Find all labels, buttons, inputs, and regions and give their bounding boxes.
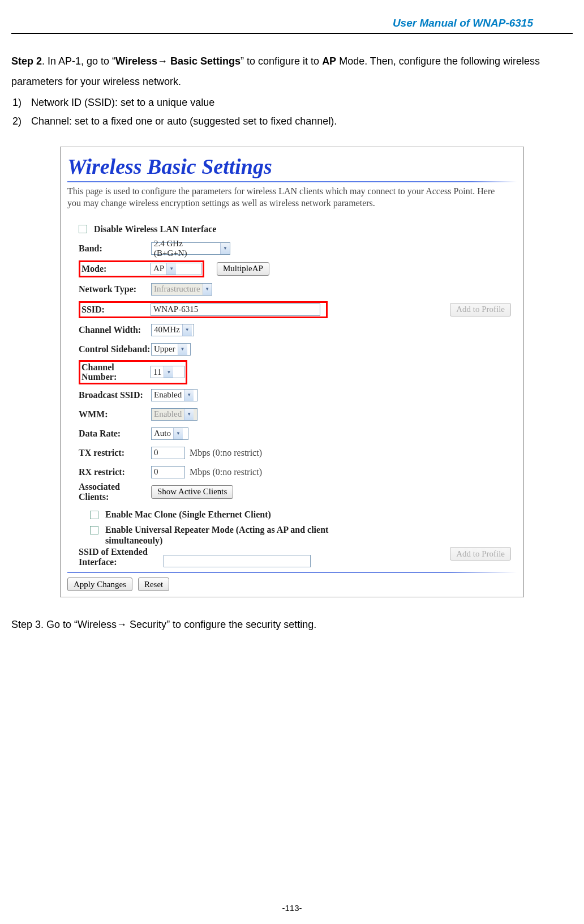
parameter-list: 1) Network ID (SSID): set to a unique va… xyxy=(11,94,573,130)
add-to-profile-button: Add to Profile xyxy=(450,547,511,561)
title-underline xyxy=(67,181,517,182)
control-sideband-label: Control Sideband: xyxy=(79,344,151,354)
chevron-down-icon: ▼ xyxy=(178,344,187,355)
chevron-down-icon: ▼ xyxy=(164,366,173,378)
channel-number-select[interactable]: 11 ▼ xyxy=(151,366,184,378)
rx-restrict-row: RX restrict: 0 Mbps (0:no restrict) xyxy=(79,463,517,482)
control-sideband-row: Control Sideband: Upper ▼ xyxy=(79,340,517,359)
page-title: Wireless Basic Settings xyxy=(67,154,517,179)
ssid-extended-input[interactable] xyxy=(164,555,311,567)
channel-width-row: Channel Width: 40MHz ▼ xyxy=(79,320,517,340)
band-label: Band: xyxy=(79,243,151,254)
channel-width-select[interactable]: 40MHz ▼ xyxy=(151,324,194,336)
band-select[interactable]: 2.4 GHz (B+G+N) ▼ xyxy=(151,242,230,255)
mac-clone-row: Enable Mac Clone (Single Ethernet Client… xyxy=(79,505,517,524)
step3-paragraph: Step 3. Go to “Wireless→ Security” to co… xyxy=(11,619,573,631)
control-sideband-select[interactable]: Upper ▼ xyxy=(151,343,191,356)
broadcast-ssid-label: Broadcast SSID: xyxy=(79,390,151,400)
reset-button[interactable]: Reset xyxy=(138,578,169,591)
chevron-down-icon: ▼ xyxy=(203,284,212,295)
network-type-row: Network Type: Infrastructure ▼ xyxy=(79,280,517,299)
universal-repeater-row: Enable Universal Repeater Mode (Acting a… xyxy=(79,524,517,547)
tx-restrict-label: TX restrict: xyxy=(79,448,151,458)
disable-wlan-checkbox[interactable] xyxy=(79,225,87,233)
network-type-label: Network Type: xyxy=(79,284,151,294)
chevron-down-icon: ▼ xyxy=(166,263,176,275)
multiple-ap-button[interactable]: MultipleAP xyxy=(217,262,269,276)
rx-restrict-label: RX restrict: xyxy=(79,467,151,477)
universal-repeater-checkbox[interactable] xyxy=(90,526,98,534)
associated-clients-label: Associated Clients: xyxy=(79,482,151,502)
apply-changes-button[interactable]: Apply Changes xyxy=(67,578,132,591)
disable-wlan-label: Disable Wireless LAN Interface xyxy=(94,224,216,234)
divider xyxy=(67,572,517,573)
network-type-select: Infrastructure ▼ xyxy=(151,283,212,296)
tx-restrict-input[interactable]: 0 xyxy=(151,447,185,459)
ssid-extended-label: SSID of Extended Interface: xyxy=(79,547,164,567)
chevron-down-icon: ▼ xyxy=(182,324,192,336)
mac-clone-checkbox[interactable] xyxy=(90,511,98,519)
chevron-down-icon: ▼ xyxy=(173,428,183,439)
broadcast-ssid-row: Broadcast SSID: Enabled ▼ xyxy=(79,386,517,405)
rx-restrict-suffix: Mbps (0:no restrict) xyxy=(190,467,262,477)
ssid-extended-row: SSID of Extended Interface: Add to Profi… xyxy=(79,547,517,567)
wmm-row: WMM: Enabled ▼ xyxy=(79,405,517,424)
associated-clients-row: Associated Clients: Show Active Clients xyxy=(79,482,517,502)
chevron-down-icon: ▼ xyxy=(184,390,194,401)
ssid-input[interactable]: WNAP-6315 xyxy=(151,303,320,316)
wmm-select: Enabled ▼ xyxy=(151,408,197,421)
data-rate-label: Data Rate: xyxy=(79,429,151,439)
step2-label: Step 2 xyxy=(11,55,42,67)
doc-header-title: User Manual of WNAP-6315 xyxy=(6,17,578,33)
chevron-down-icon: ▼ xyxy=(220,243,230,254)
step2-paragraph: Step 2. In AP-1, go to “Wireless→ Basic … xyxy=(11,51,573,92)
channel-number-label: Channel Number: xyxy=(81,362,151,382)
footer-buttons: Apply Changes Reset xyxy=(67,578,517,591)
settings-screenshot: Wireless Basic Settings This page is use… xyxy=(60,147,524,597)
data-rate-select[interactable]: Auto ▼ xyxy=(151,427,188,440)
mac-clone-label: Enable Mac Clone (Single Ethernet Client… xyxy=(105,510,271,520)
mode-row: Mode: AP ▼ MultipleAP xyxy=(79,259,517,279)
channel-number-row: Channel Number: 11 ▼ xyxy=(79,360,517,384)
data-rate-row: Data Rate: Auto ▼ xyxy=(79,424,517,443)
mode-label: Mode: xyxy=(81,264,151,274)
page-description: This page is used to configure the param… xyxy=(67,186,517,209)
list-item: 2) Channel: set to a fixed one or auto (… xyxy=(11,113,573,130)
channel-width-label: Channel Width: xyxy=(79,325,151,335)
header-rule xyxy=(11,33,573,34)
band-row: Band: 2.4 GHz (B+G+N) ▼ xyxy=(79,239,517,258)
wmm-label: WMM: xyxy=(79,409,151,420)
ssid-label: SSID: xyxy=(81,305,151,315)
universal-repeater-label: Enable Universal Repeater Mode (Acting a… xyxy=(105,524,377,546)
ssid-row: SSID: WNAP-6315 Add to Profile xyxy=(79,300,517,319)
mode-select[interactable]: AP ▼ xyxy=(151,263,201,275)
tx-restrict-row: TX restrict: 0 Mbps (0:no restrict) xyxy=(79,443,517,463)
step3-label: Step 3 xyxy=(11,619,41,630)
disable-wlan-row: Disable Wireless LAN Interface xyxy=(79,220,517,239)
rx-restrict-input[interactable]: 0 xyxy=(151,466,185,478)
tx-restrict-suffix: Mbps (0:no restrict) xyxy=(190,448,262,458)
chevron-down-icon: ▼ xyxy=(184,409,194,420)
show-active-clients-button[interactable]: Show Active Clients xyxy=(151,485,233,499)
page-number: -113- xyxy=(0,903,584,913)
broadcast-ssid-select[interactable]: Enabled ▼ xyxy=(151,389,197,401)
add-to-profile-button: Add to Profile xyxy=(450,303,511,316)
list-item: 1) Network ID (SSID): set to a unique va… xyxy=(11,94,573,112)
